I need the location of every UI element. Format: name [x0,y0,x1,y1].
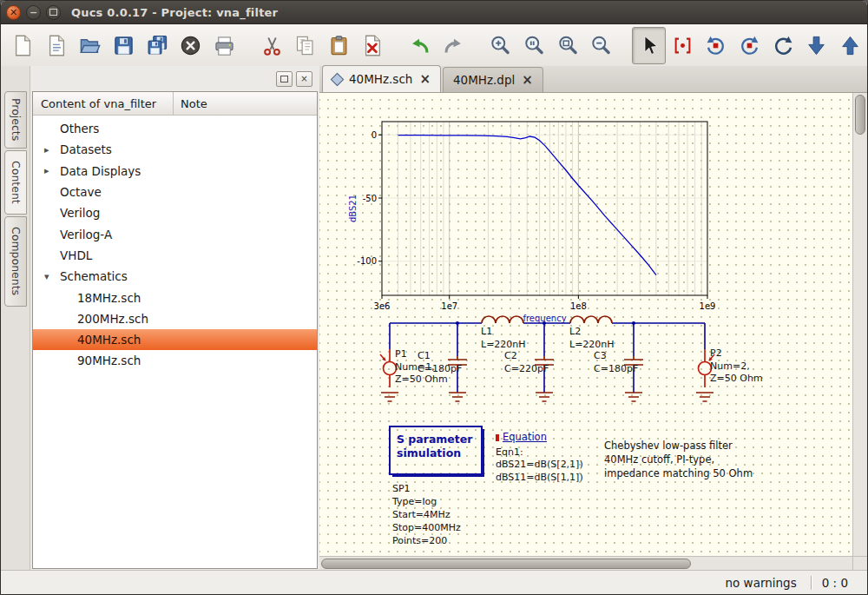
chevron-down-icon[interactable]: ▾ [44,271,56,282]
vertical-scrollbar[interactable] [852,93,867,557]
schematic-canvas[interactable]: 3e61e71e81e90-50-100frequencydBS21 [319,93,853,557]
inductor-l1-labels[interactable]: L1L=220nH [481,326,526,351]
zoom-out-icon [589,34,613,57]
pop-out-button[interactable] [833,27,867,64]
toolbar [1,24,867,67]
qucs-window: ✕ − Qucs 0.0.17 - Project: vna_filter [0,0,868,595]
toolbar-separator [470,24,484,66]
undo-button[interactable] [403,27,437,64]
port-p1-symbol[interactable] [380,349,397,387]
mirror-y-icon [772,34,795,57]
wire-node-dot [456,321,635,325]
zoom-1-1-button[interactable] [517,27,551,64]
s-parameter-simulation-box[interactable]: S parameter simulation [389,426,483,475]
tab-40mhz-dpl[interactable]: 40MHz.dpl × [443,67,543,92]
horizontal-scrollbar-thumb[interactable] [321,559,691,569]
save-all-button[interactable] [141,27,174,64]
insert-port-button[interactable] [666,27,700,64]
ground-symbol [381,393,713,401]
chevron-right-icon[interactable]: ▸ [44,165,56,176]
zoom-in-button[interactable] [484,27,518,64]
tab-close-icon[interactable]: × [419,74,431,85]
tree-item-vhdl[interactable]: VHDL [33,245,317,266]
capacitor-c2-labels[interactable]: C2C=220pF [504,350,549,375]
new-document-button[interactable] [6,27,40,64]
svg-text:dBS21: dBS21 [348,195,358,222]
port-p2-labels[interactable]: P2Num=2,Z=50 Ohm [710,347,763,386]
equation-block[interactable]: Equation Eqn1: dBS21=dB(S[2,1]) dBS11=dB… [496,431,583,484]
capacitor-c3-labels[interactable]: C3C=180pF [594,350,638,375]
mirror-y-button[interactable] [766,27,800,64]
tree-item-90mhz-sch[interactable]: 90MHz.sch [33,350,317,371]
header-column-content[interactable]: Content of vna_filter [33,92,174,115]
tree-item-others[interactable]: Others [33,118,317,139]
document-tabbar: 40MHz.sch × 40MHz.dpl × [319,66,867,93]
select-button[interactable] [632,27,666,64]
select-pointer-icon [637,34,661,57]
insert-port-icon [671,34,694,57]
mirror-x-button[interactable] [733,27,766,64]
open-folder-icon [78,34,102,57]
close-icon: × [300,73,307,85]
print-button[interactable] [207,27,241,64]
schematic-file-icon [331,72,345,86]
s21-frequency-plot[interactable]: 3e61e71e81e90-50-100frequencydBS21 [345,109,719,326]
zoom-out-button[interactable] [585,27,619,64]
tree-item-40mhz-sch[interactable]: 40MHz.sch [33,329,317,350]
tree-item-octave[interactable]: Octave [33,182,317,202]
chevron-right-icon[interactable]: ▸ [44,144,56,155]
content-panel: × Content of vna_filter Note Others ▸Dat… [30,66,319,571]
undo-icon [408,34,431,57]
tree-item-data-displays[interactable]: ▸Data Displays [33,161,317,182]
toolbar-separator [618,24,632,66]
window-close-button[interactable]: ✕ [6,5,21,20]
save-button[interactable] [107,27,141,64]
float-icon [280,76,288,83]
header-column-note[interactable]: Note [174,97,207,110]
titlebar: ✕ − Qucs 0.0.17 - Project: vna_filter [1,1,867,24]
tree-item-schematics[interactable]: ▾Schematics [33,266,317,287]
tree-item-verilog-a[interactable]: Verilog-A [33,223,317,244]
tab-close-icon[interactable]: × [522,75,533,86]
redo-icon [442,34,465,57]
close-document-button[interactable] [174,27,207,64]
delete-icon [361,34,385,57]
new-text-document-button[interactable] [40,27,74,64]
scrollbar-corner [852,556,867,571]
inductor-l1-symbol[interactable] [482,316,523,323]
window-minimize-button[interactable]: − [26,5,41,20]
new-document-icon [11,34,35,57]
dock-float-button[interactable] [276,71,293,87]
window-maximize-button[interactable] [46,5,61,20]
redo-button[interactable] [437,27,470,64]
schematic-note-text[interactable]: Chebyshev low-pass filter 40MHz cutoff, … [604,439,753,480]
tree-item-18mhz-sch[interactable]: 18MHz.sch [33,287,317,307]
cut-button[interactable] [255,27,289,64]
tree-item-200mhz-sch[interactable]: 200MHz.sch [33,308,317,329]
open-button[interactable] [73,27,107,64]
dock-close-button[interactable]: × [296,71,312,87]
tree-item-datasets[interactable]: ▸Datasets [33,139,317,160]
sidebar-tab-projects[interactable]: Projects [4,91,27,149]
inductor-l2-labels[interactable]: L2L=220nH [569,326,615,351]
delete-button[interactable] [356,27,390,64]
inductor-l2-symbol[interactable] [570,316,612,323]
svg-text:0: 0 [372,130,377,140]
save-icon [112,34,135,57]
vertical-scrollbar-thumb[interactable] [855,95,865,135]
sidebar-tab-content[interactable]: Content [4,150,27,215]
window-title: Qucs 0.0.17 - Project: vna_filter [71,6,278,19]
dock-titlebar: × [30,66,319,91]
horizontal-scrollbar[interactable] [319,556,853,571]
sp1-properties[interactable]: SP1 Type=log Start=4MHz Stop=400MHz Poin… [392,482,461,547]
tab-40mhz-sch[interactable]: 40MHz.sch × [322,65,441,92]
capacitor-c1-labels[interactable]: C1C=180pF [418,350,462,375]
tree-item-verilog[interactable]: Verilog [33,202,317,223]
go-into-subcircuit-button[interactable] [800,27,834,64]
rotate-button[interactable] [700,27,733,64]
sidebar-tab-components[interactable]: Components [4,216,27,307]
zoom-fit-button[interactable] [551,27,585,64]
copy-button[interactable] [288,27,322,64]
paste-button[interactable] [322,27,356,64]
new-text-document-icon [45,34,69,57]
